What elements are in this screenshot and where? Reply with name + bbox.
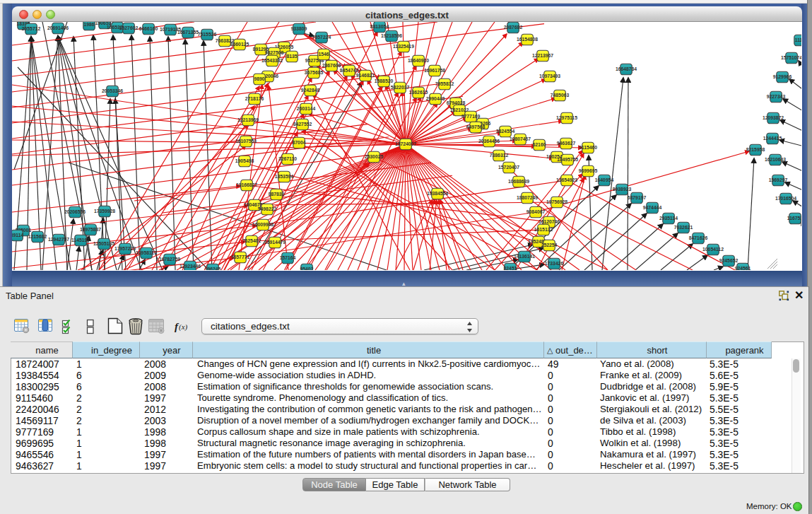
svg-text:62160: 62160: [533, 142, 546, 147]
svg-text:9115460: 9115460: [579, 145, 597, 150]
svg-text:1905498: 1905498: [235, 158, 254, 163]
svg-text:9227343: 9227343: [767, 94, 786, 99]
svg-text:9463627: 9463627: [557, 141, 576, 146]
svg-text:8135: 8135: [286, 54, 297, 59]
svg-text:19218596: 19218596: [381, 33, 402, 38]
svg-text:9242848: 9242848: [301, 88, 320, 93]
svg-text:17359928: 17359928: [94, 209, 115, 214]
svg-text:1546: 1546: [318, 52, 329, 57]
svg-text:16120746: 16120746: [539, 219, 560, 224]
svg-text:17957223: 17957223: [114, 246, 136, 251]
svg-text:887833: 887833: [269, 192, 285, 197]
svg-text:19756928: 19756928: [546, 199, 567, 204]
svg-text:16154808: 16154808: [517, 37, 538, 42]
svg-text:10958117: 10958117: [136, 250, 157, 255]
svg-text:3824554: 3824554: [496, 129, 515, 134]
svg-text:157164: 157164: [280, 255, 296, 260]
svg-text:20364456: 20364456: [478, 139, 500, 144]
svg-text:1986: 1986: [83, 22, 94, 27]
svg-text:9699695: 9699695: [579, 168, 598, 173]
svg-text:2867608: 2867608: [322, 63, 341, 68]
svg-text:10654112: 10654112: [702, 247, 724, 252]
svg-text:16914479: 16914479: [264, 240, 286, 245]
svg-text:18724007: 18724007: [395, 141, 416, 146]
svg-text:6466160: 6466160: [139, 26, 158, 31]
svg-text:924561: 924561: [735, 266, 751, 270]
svg-text:1527602: 1527602: [119, 25, 139, 30]
svg-text:19166827: 19166827: [236, 182, 257, 187]
svg-text:19384554: 19384554: [427, 191, 448, 196]
svg-text:1353594: 1353594: [275, 174, 294, 179]
svg-text:9474444: 9474444: [643, 205, 662, 210]
svg-text:5498222: 5498222: [258, 206, 277, 211]
svg-text:1145197: 1145197: [71, 238, 90, 243]
svg-text:2935114: 2935114: [659, 216, 678, 221]
svg-text:12975115: 12975115: [556, 115, 577, 120]
svg-text:2055712: 2055712: [22, 26, 41, 31]
svg-text:1640954: 1640954: [595, 177, 614, 182]
svg-text:2990448: 2990448: [426, 96, 445, 101]
svg-text:7625402: 7625402: [242, 238, 261, 243]
svg-text:8427552: 8427552: [293, 122, 312, 127]
svg-text:252254: 252254: [541, 243, 558, 247]
svg-text:7515526: 7515526: [198, 32, 217, 37]
svg-text:5822037: 5822037: [391, 85, 410, 90]
svg-text:8938923: 8938923: [613, 187, 632, 192]
svg-text:12213969: 12213969: [237, 117, 259, 122]
svg-text:1569297: 1569297: [769, 177, 788, 182]
svg-text:87004: 87004: [293, 140, 306, 145]
svg-text:16107553: 16107553: [235, 139, 257, 144]
svg-text:18495755: 18495755: [557, 157, 578, 162]
svg-text:13654923: 13654923: [556, 177, 577, 182]
svg-text:3267110: 3267110: [278, 156, 297, 161]
svg-text:1615132: 1615132: [534, 227, 553, 232]
svg-text:15720407: 15720407: [498, 165, 519, 170]
svg-text:9777169: 9777169: [461, 114, 481, 119]
svg-text:7632621: 7632621: [674, 225, 693, 230]
svg-text:39114: 39114: [12, 233, 23, 238]
svg-text:17016504: 17016504: [775, 196, 796, 201]
svg-text:12505135: 12505135: [93, 241, 114, 246]
svg-text:7386312: 7386312: [490, 153, 509, 158]
svg-text:14136141: 14136141: [514, 254, 535, 259]
svg-text:8454749: 8454749: [340, 68, 359, 73]
svg-text:16210643: 16210643: [765, 157, 786, 162]
svg-text:6497568: 6497568: [466, 124, 486, 129]
svg-text:933809: 933809: [291, 26, 307, 31]
svg-text:8813054: 8813054: [370, 24, 389, 29]
svg-text:12942757: 12942757: [48, 237, 69, 242]
svg-text:8660125: 8660125: [230, 42, 249, 47]
svg-text:10807467: 10807467: [510, 136, 531, 141]
svg-text:10975887: 10975887: [80, 227, 101, 232]
svg-text:16543382: 16543382: [261, 58, 283, 63]
svg-text:16648784: 16648784: [616, 66, 637, 71]
svg-text:1588520: 1588520: [375, 78, 394, 83]
svg-text:9084067: 9084067: [526, 209, 546, 214]
svg-text:12213967: 12213967: [532, 53, 553, 58]
svg-text:7557224: 7557224: [312, 35, 331, 40]
svg-text:996245: 996245: [205, 267, 221, 270]
svg-text:10973493: 10973493: [539, 74, 560, 78]
svg-text:9245652: 9245652: [719, 258, 739, 263]
svg-text:2530025: 2530025: [365, 154, 384, 159]
svg-text:1362615: 1362615: [409, 90, 428, 95]
svg-text:1244415: 1244415: [763, 136, 782, 141]
svg-text:2087682: 2087682: [504, 25, 523, 30]
svg-text:16671355: 16671355: [177, 30, 199, 35]
svg-text:9657771: 9657771: [231, 255, 250, 259]
svg-text:16782759: 16782759: [159, 257, 180, 262]
svg-text:2603144: 2603144: [297, 106, 316, 111]
svg-text:12093872: 12093872: [763, 115, 784, 120]
svg-text:20053346: 20053346: [102, 88, 123, 93]
svg-text:1112: 1112: [795, 37, 801, 42]
svg-text:95402: 95402: [300, 267, 314, 270]
svg-text:18640910: 18640910: [408, 58, 429, 63]
svg-text:20206556: 20206556: [64, 209, 86, 214]
svg-text:8215958: 8215958: [746, 147, 765, 152]
svg-text:(x): (x): [179, 322, 188, 332]
svg-text:9129966: 9129966: [773, 74, 792, 79]
svg-text:11325419: 11325419: [393, 44, 414, 49]
svg-text:15751074: 15751074: [781, 55, 801, 60]
svg-text:9890: 9890: [254, 76, 264, 81]
svg-text:1733426: 1733426: [545, 261, 564, 266]
